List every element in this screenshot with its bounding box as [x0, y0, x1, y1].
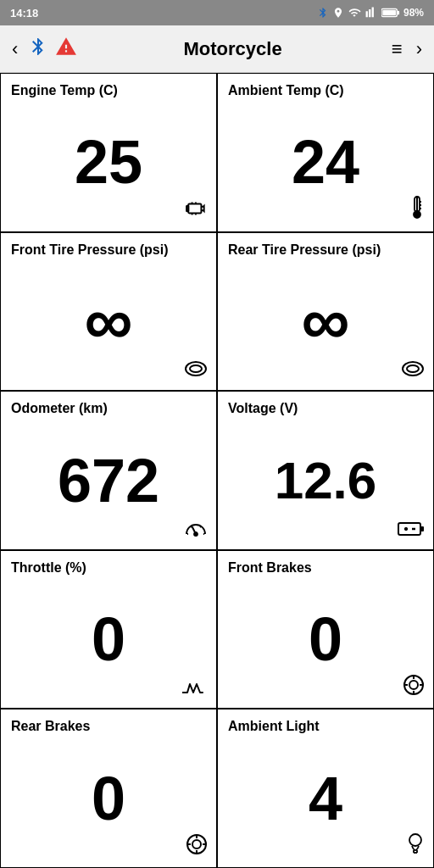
svg-rect-1 [398, 11, 399, 15]
speedometer-icon [184, 519, 208, 542]
ambient-light-tile: Ambient Light 4 [217, 709, 434, 868]
svg-point-14 [407, 365, 419, 372]
wifi-status-icon [348, 7, 361, 19]
ambient-temp-title: Ambient Temp (C) [228, 82, 344, 98]
rear-tire-tile: Rear Tire Pressure (psi) ∞ [217, 232, 434, 392]
warning-icon [55, 36, 77, 63]
svg-point-16 [194, 532, 198, 536]
battery-status-icon [381, 7, 400, 19]
rear-brakes-title: Rear Brakes [11, 718, 90, 734]
rear-tire-icon [401, 359, 425, 383]
svg-point-13 [403, 362, 423, 376]
ambient-temp-value: 24 [228, 100, 423, 224]
rear-tire-value: ∞ [228, 259, 423, 383]
front-brakes-title: Front Brakes [228, 559, 312, 576]
rear-brake-icon [186, 833, 208, 860]
rear-brakes-tile: Rear Brakes 0 [0, 709, 217, 868]
throttle-title: Throttle (%) [11, 559, 86, 576]
bluetooth-icon [28, 36, 48, 62]
front-tire-title: Front Tire Pressure (psi) [11, 242, 169, 258]
forward-button[interactable]: › [413, 35, 426, 64]
rear-tire-title: Rear Tire Pressure (psi) [228, 242, 381, 258]
svg-point-39 [409, 834, 421, 846]
throttle-icon [182, 679, 208, 701]
light-icon [406, 832, 425, 860]
svg-rect-3 [188, 203, 201, 213]
front-brake-icon [403, 674, 425, 701]
voltage-tile: Voltage (V) 12.6 [217, 391, 434, 550]
voltage-value: 12.6 [228, 418, 423, 542]
svg-rect-22 [398, 523, 420, 535]
front-brakes-value: 0 [228, 577, 423, 701]
front-tire-tile: Front Tire Pressure (psi) ∞ [0, 232, 217, 392]
thermometer-icon [409, 196, 425, 225]
svg-point-11 [186, 362, 206, 376]
front-tire-value: ∞ [11, 259, 206, 383]
status-bar-right: 98% [317, 7, 424, 19]
ambient-temp-tile: Ambient Temp (C) 24 [217, 73, 434, 232]
ambient-light-title: Ambient Light [228, 718, 320, 734]
svg-line-20 [191, 526, 192, 527]
throttle-tile: Throttle (%) 0 [0, 550, 217, 709]
svg-point-12 [190, 365, 202, 372]
menu-button[interactable]: ≡ [388, 35, 406, 64]
svg-point-34 [192, 840, 201, 849]
throttle-value: 0 [11, 577, 206, 701]
nav-bar-right: ≡ › [388, 35, 426, 64]
status-bar-left: 14:18 [10, 7, 38, 19]
svg-point-28 [409, 681, 418, 689]
svg-rect-23 [420, 526, 424, 531]
battery-icon [398, 520, 425, 542]
nav-bar-left: ‹ [8, 35, 77, 64]
rear-brakes-value: 0 [11, 737, 206, 860]
engine-icon [186, 198, 208, 225]
svg-point-7 [414, 211, 420, 218]
engine-temp-tile: Engine Temp (C) 25 [0, 73, 217, 232]
location-status-icon [332, 7, 344, 19]
svg-rect-2 [382, 10, 396, 15]
odometer-tile: Odometer (km) 672 [0, 391, 217, 550]
engine-temp-value: 25 [11, 100, 206, 224]
svg-line-21 [200, 526, 201, 527]
voltage-title: Voltage (V) [228, 400, 298, 416]
battery-percentage: 98% [403, 7, 424, 19]
odometer-value: 672 [11, 418, 206, 542]
odometer-title: Odometer (km) [11, 400, 108, 416]
status-time: 14:18 [10, 7, 38, 19]
status-bar: 14:18 98% [0, 0, 434, 25]
tiles-grid: Engine Temp (C) 25 Ambient Temp (C) 24 [0, 73, 434, 868]
nav-bar: ‹ Motorcycle ≡ › [0, 25, 434, 73]
signal-status-icon [364, 7, 378, 19]
ambient-light-value: 4 [228, 737, 423, 860]
bluetooth-status-icon [317, 7, 329, 19]
front-brakes-tile: Front Brakes 0 [217, 550, 434, 709]
back-button[interactable]: ‹ [8, 35, 21, 64]
front-tire-icon [184, 359, 208, 383]
svg-rect-4 [186, 205, 188, 211]
engine-temp-title: Engine Temp (C) [11, 82, 118, 98]
page-title: Motorcycle [184, 38, 282, 60]
